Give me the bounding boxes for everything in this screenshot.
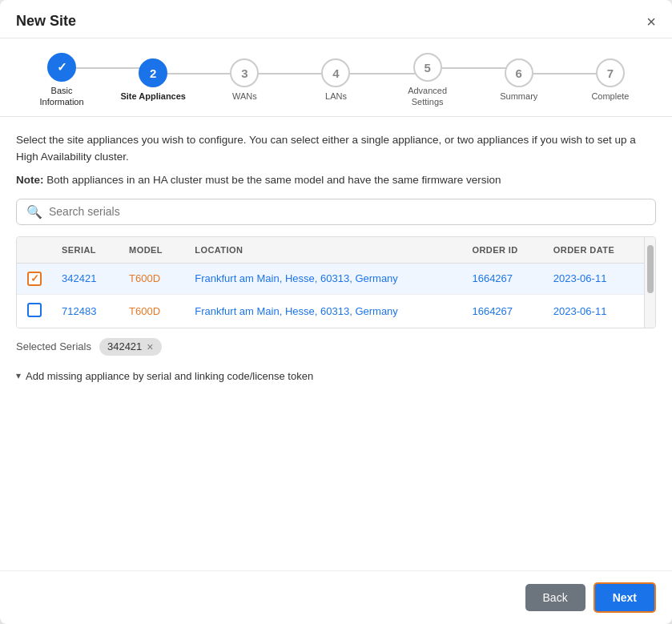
step-circle-site-appliances: 2: [139, 58, 167, 87]
table-row: 712483 T600D Frankfurt am Main, Hesse, 6…: [17, 294, 644, 328]
col-header-checkbox: [17, 237, 52, 264]
col-header-order-date: ORDER DATE: [544, 237, 644, 264]
serial-cell-1: 712483: [52, 294, 119, 328]
col-header-location: LOCATION: [185, 237, 462, 264]
col-header-serial: SERIAL: [52, 237, 119, 264]
step-advanced-settings[interactable]: 5 AdvancedSettings: [382, 53, 473, 108]
selected-serial-tag: 342421 ×: [99, 338, 162, 356]
step-complete[interactable]: 7 Complete: [565, 58, 656, 102]
modal-body: Select the site appliances you wish to c…: [0, 117, 672, 570]
step-circle-complete: 7: [596, 58, 625, 87]
step-circle-advanced-settings: 5: [413, 53, 442, 82]
add-missing-appliance[interactable]: ▾ Add missing appliance by serial and li…: [16, 364, 656, 382]
next-button[interactable]: Next: [594, 582, 656, 613]
step-site-appliances[interactable]: 2 Site Appliances: [107, 58, 199, 102]
scrollbar[interactable]: [644, 237, 655, 328]
selected-serials-label: Selected Serials: [16, 340, 91, 352]
selected-serials-row: Selected Serials 342421 ×: [16, 328, 656, 364]
modal-footer: Back Next: [0, 570, 672, 624]
checkbox-cell-0[interactable]: [17, 263, 52, 294]
modal-header: New Site ×: [0, 0, 672, 38]
col-header-model: MODEL: [119, 237, 185, 264]
table-row: 342421 T600D Frankfurt am Main, Hesse, 6…: [17, 263, 644, 294]
step-circle-summary: 6: [505, 58, 533, 87]
col-header-order-id: ORDER ID: [462, 237, 543, 264]
serial-cell-0: 342421: [52, 263, 119, 294]
step-circle-lans: 4: [321, 58, 350, 87]
checkbox-cell-1[interactable]: [17, 294, 52, 328]
stepper: ✓ BasicInformation 2 Site Appliances 3 W…: [0, 38, 672, 117]
row-checkbox-0[interactable]: [27, 272, 42, 286]
location-cell-0: Frankfurt am Main, Hesse, 60313, Germany: [185, 263, 462, 294]
order-date-cell-1: 2023-06-11: [544, 294, 644, 328]
chevron-down-icon: ▾: [16, 370, 21, 381]
model-cell-0: T600D: [119, 263, 185, 294]
modal-title: New Site: [16, 13, 76, 30]
back-button[interactable]: Back: [525, 584, 585, 611]
search-bar: 🔍: [16, 199, 656, 225]
row-checkbox-1[interactable]: [27, 303, 42, 317]
order-id-cell-1: 1664267: [462, 294, 543, 328]
step-label-complete: Complete: [591, 91, 629, 102]
order-id-cell-0: 1664267: [462, 263, 543, 294]
model-cell-1: T600D: [119, 294, 185, 328]
search-input[interactable]: [49, 205, 646, 218]
step-summary[interactable]: 6 Summary: [473, 58, 565, 102]
add-missing-label: Add missing appliance by serial and link…: [26, 370, 313, 382]
step-label-wans: WANs: [232, 91, 257, 102]
step-circle-wans: 3: [230, 58, 259, 87]
close-button[interactable]: ×: [646, 14, 656, 30]
step-label-lans: LANs: [325, 91, 347, 102]
step-circle-basic-info: ✓: [47, 53, 76, 82]
selected-serial-value: 342421: [107, 340, 142, 352]
step-label-site-appliances: Site Appliances: [120, 91, 186, 102]
location-cell-1: Frankfurt am Main, Hesse, 60313, Germany: [185, 294, 462, 328]
search-icon: 🔍: [26, 204, 42, 219]
appliances-table: SERIAL MODEL LOCATION ORDER ID ORDER DAT…: [16, 236, 656, 328]
step-basic-info[interactable]: ✓ BasicInformation: [16, 53, 107, 108]
step-lans[interactable]: 4 LANs: [290, 58, 381, 102]
description-text: Select the site appliances you wish to c…: [16, 131, 656, 166]
modal-new-site: New Site × ✓ BasicInformation 2 Site App…: [0, 0, 672, 624]
step-label-advanced-settings: AdvancedSettings: [408, 85, 447, 108]
note-text: Note: Both appliances in an HA cluster m…: [16, 174, 656, 186]
order-date-cell-0: 2023-06-11: [544, 263, 644, 294]
table: SERIAL MODEL LOCATION ORDER ID ORDER DAT…: [17, 237, 644, 328]
scroll-thumb[interactable]: [647, 245, 654, 293]
remove-serial-button[interactable]: ×: [147, 340, 153, 353]
step-wans[interactable]: 3 WANs: [199, 58, 290, 102]
table-inner: SERIAL MODEL LOCATION ORDER ID ORDER DAT…: [17, 237, 644, 328]
step-label-summary: Summary: [500, 91, 537, 102]
step-label-basic-info: BasicInformation: [40, 85, 84, 108]
